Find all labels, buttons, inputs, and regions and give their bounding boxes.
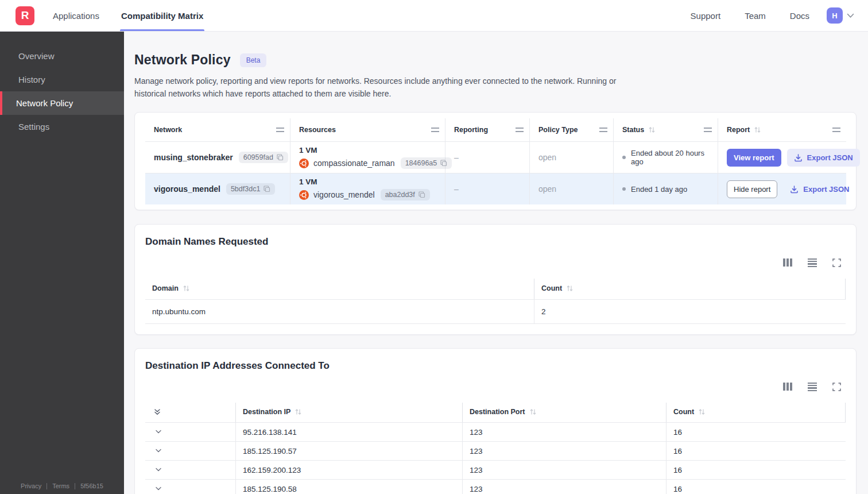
app-logo[interactable]: R <box>16 6 34 25</box>
export-json-label: Export JSON <box>803 185 849 194</box>
export-json-button[interactable]: Export JSON <box>783 180 856 198</box>
copy-icon[interactable] <box>264 186 270 192</box>
sort-icon[interactable] <box>698 408 706 415</box>
destination-row[interactable]: 95.216.138.141 123 16 <box>145 422 846 441</box>
report-cell: View report Export JSON <box>718 142 865 173</box>
terms-link[interactable]: Terms <box>52 483 69 489</box>
nav-tab-applications[interactable]: Applications <box>52 0 100 31</box>
expand-all-icon[interactable] <box>153 408 161 416</box>
resource-name: vigorous_mendel <box>313 190 375 199</box>
navbar-right: Support Team Docs H <box>666 7 868 24</box>
destination-row[interactable]: 162.159.200.123 123 16 <box>145 460 846 479</box>
resources-summary: 1 VM <box>299 146 317 155</box>
destination-row[interactable]: 185.125.190.58 123 16 <box>145 479 846 494</box>
destination-ip-cell: 185.125.190.58 <box>236 480 463 494</box>
column-header-count: Count <box>666 403 846 422</box>
column-label: Destination IP <box>243 408 290 416</box>
sort-icon[interactable] <box>754 126 761 133</box>
sort-icon[interactable] <box>183 285 190 292</box>
network-name: musing_stonebraker <box>154 153 233 162</box>
sort-icon[interactable] <box>566 285 574 292</box>
network-table-row[interactable]: musing_stonebraker 60959fad 1 VM compass… <box>145 141 846 173</box>
network-table-row[interactable]: vigorous_mendel 5bdf3dc1 1 VM vigorous_m… <box>145 173 846 204</box>
network-name: vigorous_mendel <box>154 184 220 194</box>
resource-id: aba2dd3f <box>385 191 415 199</box>
fullscreen-icon[interactable] <box>832 258 841 267</box>
column-label: Destination Port <box>470 408 525 416</box>
column-drag-handle-icon[interactable] <box>599 128 607 132</box>
page-title: Network Policy <box>134 52 231 68</box>
network-id: 60959fad <box>243 153 273 161</box>
column-drag-handle-icon[interactable] <box>431 128 439 132</box>
network-cell: vigorous_mendel 5bdf3dc1 <box>145 173 290 204</box>
columns-icon[interactable] <box>783 258 792 267</box>
columns-icon[interactable] <box>783 383 792 391</box>
column-label: Status <box>622 126 644 134</box>
reporting-cell: – <box>445 142 530 173</box>
destinations-table: Destination IP Destination Port Count <box>145 403 846 494</box>
download-icon <box>794 153 803 162</box>
sidebar-item-settings[interactable]: Settings <box>0 115 124 138</box>
nav-tab-compatibility-matrix[interactable]: Compatibility Matrix <box>120 0 204 31</box>
column-drag-handle-icon[interactable] <box>276 128 284 132</box>
policy-type-cell: open <box>530 142 614 173</box>
privacy-link[interactable]: Privacy <box>21 483 41 489</box>
resources-summary: 1 VM <box>299 177 317 186</box>
fullscreen-icon[interactable] <box>832 383 841 391</box>
divider <box>46 483 47 489</box>
rows-icon[interactable] <box>808 383 817 392</box>
sidebar-item-overview[interactable]: Overview <box>0 44 124 68</box>
domains-table: Domain Count ntp.ubuntu.com 2 <box>145 279 846 324</box>
nav-link-support[interactable]: Support <box>691 11 721 21</box>
column-label: Reporting <box>454 126 488 134</box>
network-table: Network Resources Reporting Policy Type … <box>145 118 846 204</box>
rows-icon[interactable] <box>808 258 817 268</box>
column-label: Domain <box>152 284 179 292</box>
download-icon <box>790 185 799 194</box>
sidebar-item-network-policy[interactable]: Network Policy <box>0 91 124 115</box>
network-table-header: Network Resources Reporting Policy Type … <box>145 118 846 141</box>
column-drag-handle-icon[interactable] <box>832 128 840 132</box>
nav-link-team[interactable]: Team <box>745 11 766 21</box>
column-drag-handle-icon[interactable] <box>516 128 524 132</box>
status-text: Ended 1 day ago <box>631 185 687 194</box>
sort-icon[interactable] <box>294 408 302 415</box>
status-cell: Ended 1 day ago <box>614 173 718 204</box>
network-id: 5bdf3dc1 <box>231 185 260 193</box>
network-id-badge: 60959fad <box>239 152 288 163</box>
count-cell: 16 <box>666 423 846 441</box>
column-header-status: Status <box>614 118 718 141</box>
destination-ip-cell: 95.216.138.141 <box>236 423 463 441</box>
sort-icon[interactable] <box>648 126 656 133</box>
copy-icon[interactable] <box>418 191 425 198</box>
destination-port-cell: 123 <box>463 480 666 494</box>
expand-row-icon[interactable] <box>154 429 162 435</box>
column-header-reporting: Reporting <box>445 118 530 141</box>
domain-names-card: Domain Names Requested Domain Count <box>134 224 857 335</box>
copy-icon[interactable] <box>277 154 284 161</box>
count-cell: 2 <box>534 300 846 323</box>
user-avatar[interactable]: H <box>827 7 843 24</box>
destination-ip-cell: 185.125.190.57 <box>236 442 463 460</box>
chevron-down-icon[interactable] <box>847 13 854 18</box>
domain-table-row[interactable]: ntp.ubuntu.com 2 <box>145 299 846 324</box>
sidebar-item-history[interactable]: History <box>0 68 124 91</box>
expand-row-icon[interactable] <box>154 466 162 473</box>
hide-report-button[interactable]: Hide report <box>727 180 777 198</box>
column-header-destination-port: Destination Port <box>463 403 666 422</box>
column-header-domain: Domain <box>145 279 534 299</box>
column-label: Resources <box>299 126 336 134</box>
column-drag-handle-icon[interactable] <box>704 128 712 132</box>
expand-row-icon[interactable] <box>154 485 162 492</box>
destination-port-cell: 123 <box>463 423 666 441</box>
page-header: Network Policy Beta <box>134 52 857 68</box>
destination-row[interactable]: 185.125.190.57 123 16 <box>145 441 846 460</box>
report-cell: Hide report Export JSON <box>718 173 861 204</box>
export-json-button[interactable]: Export JSON <box>787 149 860 167</box>
nav-link-docs[interactable]: Docs <box>790 11 809 21</box>
sidebar-footer: Privacy Terms 5f56b15 <box>0 483 124 489</box>
sort-icon[interactable] <box>529 408 537 415</box>
expand-row-icon[interactable] <box>154 447 162 454</box>
view-report-button[interactable]: View report <box>727 149 781 167</box>
destination-card-title: Destination IP Addresses Connected To <box>135 360 856 372</box>
